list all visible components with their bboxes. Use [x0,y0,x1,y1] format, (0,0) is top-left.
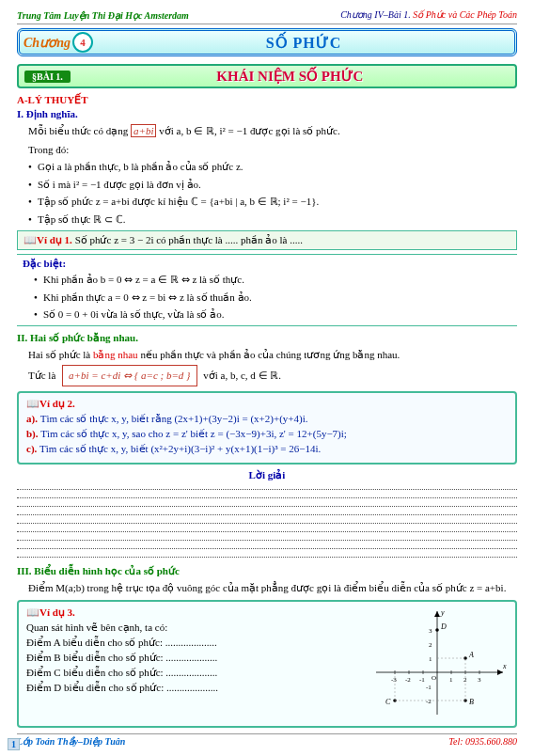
svg-text:-1: -1 [419,676,425,684]
ex3-b: Điểm B biểu diễn cho số phức: ..........… [26,652,367,664]
svg-text:A: A [468,651,474,659]
footer-left: Lớp Toán Thầy–Diệp Tuân [17,736,125,747]
ex3-title: Ví dụ 3. [39,606,75,618]
book-icon: 📖 [24,234,37,245]
db-3: Số 0 = 0 + 0i vừa là số thực, vừa là số … [43,307,517,323]
section-ii: II. Hai số phức bằng nhau. [17,332,517,344]
p2-tuc: Tức là a+bi = c+di ⇔ { a=c ; b=d } với a… [28,365,517,386]
boxed-abi: a+bi [131,124,156,137]
footer: Lớp Toán Thầy–Diệp Tuân Tel: 0935.660.88… [17,733,517,747]
example-2-box: 📖Ví dụ 2. a). Tìm các số thực x, y, biết… [17,391,517,465]
ex3-a: Điểm A biểu diễn cho số phức: ..........… [26,637,367,649]
bullet-1: Gọi a là phần thực, b là phần ảo của số … [38,159,517,175]
ex1-body: Số phức z = 3 − 2i có phần thực là .....… [72,234,303,245]
ex3-c: Điểm C biểu diễn cho số phức: ..........… [26,667,367,679]
header-left: Trung Tâm Luyện Thi Đại Học Amsterdam [17,10,189,21]
db-2: Khi phần thực a = 0 ⇔ z = bi ⇔ z là số t… [43,290,517,306]
svg-text:O: O [432,674,436,682]
lesson-bar: §BÀI 1. KHÁI NIỆM SỐ PHỨC [17,64,517,88]
answer-line [17,557,517,558]
ex3-intro: Quan sát hình vẽ bên cạnh, ta có: [26,622,367,634]
book-icon: 📖 [26,398,39,409]
header-right: Chương IV–Bài 1. Số Phức và Các Phép Toá… [340,9,517,20]
bang-nhau: bằng nhau [93,349,138,360]
trong-do: Trong đó: [28,142,517,158]
svg-text:-2: -2 [405,676,411,684]
chapter-word: Chương [24,35,71,51]
lesson-title: KHÁI NIỆM SỐ PHỨC [71,68,510,85]
bullet-2: Số i mà i² = −1 được gọi là đơn vị ảo. [38,177,517,193]
svg-point-24 [435,628,439,632]
svg-text:3: 3 [478,676,481,684]
answer-line [17,548,517,549]
ex2-b: Tìm các số thực x, y, sao cho z = z' biế… [40,428,347,439]
coordinate-plot: x y O -3-2-1 123 123 -1-2 D A B C [367,606,508,721]
svg-text:D: D [440,622,447,631]
definition-text: Mỗi biểu thức có dạng a+bi với a, b ∈ ℝ,… [28,123,517,139]
bullet-4: Tập số thực ℝ ⊂ ℂ. [38,212,517,228]
svg-text:C: C [385,698,391,706]
answer-line [17,540,517,541]
p2-text: Hai số phức là bằng nhau nếu phần thực v… [28,347,517,363]
db-1: Khi phần ảo b = 0 ⇔ z = a ∈ ℝ ⇔ z là số … [43,272,517,288]
dac-biet-box: Đặc biệt: Khi phần ảo b = 0 ⇔ z = a ∈ ℝ … [17,254,517,326]
chapter-title: SỐ PHỨC [93,34,514,52]
ex2-a: Tìm các số thực x, y, biết rằng (2x+1)+(… [40,413,308,424]
footer-right: Tel: 0935.660.880 [448,736,517,747]
svg-text:y: y [440,608,445,617]
equation-box: a+bi = c+di ⇔ { a=c ; b=d } [62,365,196,386]
page-number: 1 [8,738,20,750]
example-1: 📖Ví dụ 1. Số phức z = 3 − 2i có phần thự… [17,230,517,250]
ex2-c: Tìm các số thực x, y, biết (x²+2y+i)(3−i… [39,443,321,454]
svg-text:-1: -1 [426,684,432,691]
dac-biet-title: Đặc biệt: [23,258,517,270]
svg-text:1: 1 [449,676,453,684]
ex3-d: Điểm D biểu diễn cho số phức: ..........… [26,682,367,694]
svg-text:2: 2 [429,641,432,649]
svg-text:3: 3 [429,627,432,635]
bullet-3: Tập số phức z = a+bi được kí hiệu ℂ = {a… [38,194,517,210]
ex2-title: Ví dụ 2. [39,398,75,409]
answer-line [17,506,517,507]
answer-line [17,523,517,524]
answer-line [17,514,517,515]
svg-text:x: x [502,662,507,670]
chapter-bar: Chương 4 SỐ PHỨC [17,28,517,56]
ex1-title: Ví dụ 1. [37,234,72,245]
answer-line [17,489,517,490]
svg-text:1: 1 [429,655,432,663]
svg-text:B: B [469,698,474,706]
p3-text: Điểm M(a;b) trong hệ trục tọa độ vuông g… [28,580,517,596]
loi-giai-title: Lời giải [17,469,517,481]
header-chapter: Chương IV–Bài 1. [340,9,411,20]
section-a: A-LÝ THUYẾT [17,94,517,106]
lesson-tag: §BÀI 1. [24,71,71,83]
svg-text:-3: -3 [391,676,397,684]
example-3-box: 📖Ví dụ 3. Quan sát hình vẽ bên cạnh, ta … [17,600,517,728]
answer-line [17,497,517,498]
chapter-number: 4 [72,32,93,53]
svg-text:-2: -2 [426,698,432,705]
svg-marker-4 [434,611,440,617]
book-icon: 📖 [26,606,39,618]
section-i: I. Định nghĩa. [17,108,517,120]
header-title: Số Phức và Các Phép Toán [413,9,517,20]
section-iii: III. Biểu diễn hình học của số phức [17,565,517,577]
answer-line [17,531,517,532]
